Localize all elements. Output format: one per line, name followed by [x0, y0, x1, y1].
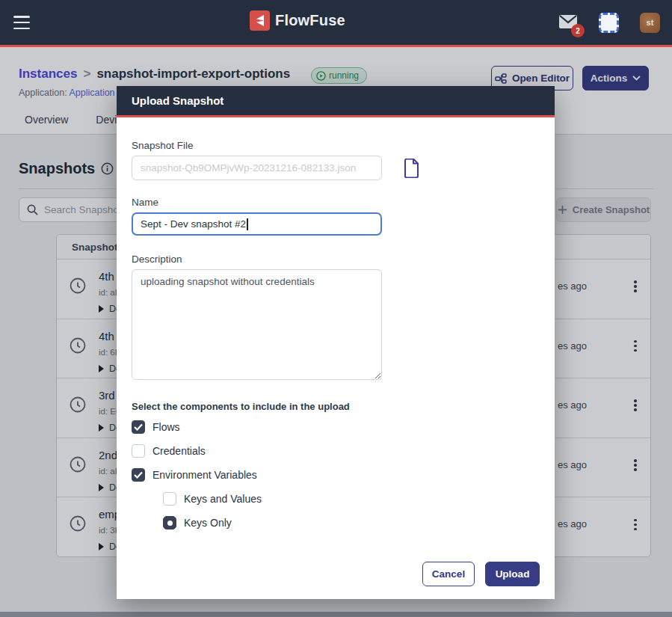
name-label: Name [132, 197, 540, 208]
flowfuse-brand: FlowFuse [250, 10, 345, 31]
radio-keys-only[interactable]: Keys Only [163, 514, 540, 532]
checkbox-flows[interactable]: Flows [132, 418, 540, 436]
checkbox-unchecked-icon [132, 444, 145, 458]
user-avatar[interactable]: st [640, 13, 660, 33]
snapshot-file-label: Snapshot File [132, 140, 540, 151]
snapshot-file-input[interactable] [132, 156, 382, 180]
cancel-button[interactable]: Cancel [422, 562, 475, 586]
brand-name: FlowFuse [275, 12, 345, 29]
name-input[interactable]: Sept - Dev snapshot #2 [132, 212, 382, 236]
notifications-button[interactable]: 2 [558, 14, 578, 31]
navbar-accent-line [0, 45, 672, 47]
checkbox-checked-icon [132, 468, 145, 482]
radio-selected-icon [163, 516, 176, 529]
checkbox-environment-variables[interactable]: Environment Variables [132, 466, 540, 484]
browse-file-button[interactable] [402, 158, 420, 179]
text-cursor [247, 218, 248, 230]
modal-title: Upload Snapshot [117, 86, 555, 117]
flowfuse-logo-icon [250, 10, 270, 31]
notification-count-badge: 2 [571, 24, 585, 37]
checkbox-unchecked-icon [163, 492, 176, 506]
checkbox-checked-icon [132, 420, 145, 434]
description-textarea[interactable] [132, 269, 382, 380]
upload-button[interactable]: Upload [485, 562, 540, 586]
team-avatar[interactable] [599, 13, 619, 33]
components-label: Select the components to include in the … [132, 401, 540, 412]
upload-snapshot-modal: Upload Snapshot Snapshot File Name Sept … [117, 86, 555, 599]
checkbox-credentials[interactable]: Credentials [132, 442, 540, 460]
hamburger-menu-icon[interactable] [13, 16, 30, 29]
top-navbar: FlowFuse 2 st [0, 0, 672, 45]
description-label: Description [132, 254, 540, 265]
checkbox-keys-and-values[interactable]: Keys and Values [163, 490, 540, 508]
document-icon [404, 159, 419, 178]
